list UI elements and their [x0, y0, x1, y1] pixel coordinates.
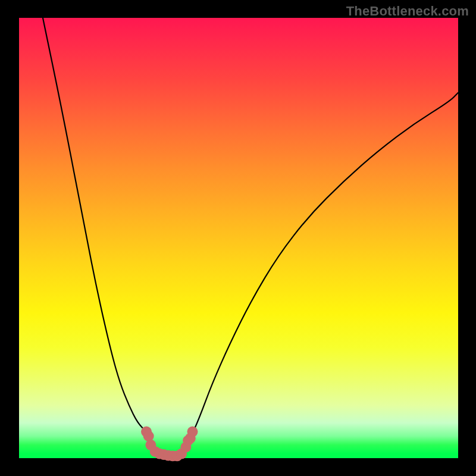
curve-left-branch — [41, 9, 177, 456]
highlight-dot — [187, 427, 198, 437]
curve-right-branch — [177, 93, 458, 456]
watermark-text: TheBottleneck.com — [346, 4, 469, 19]
bottleneck-curve — [19, 18, 458, 458]
highlight-dots — [141, 427, 198, 462]
chart-frame: TheBottleneck.com — [0, 0, 476, 476]
